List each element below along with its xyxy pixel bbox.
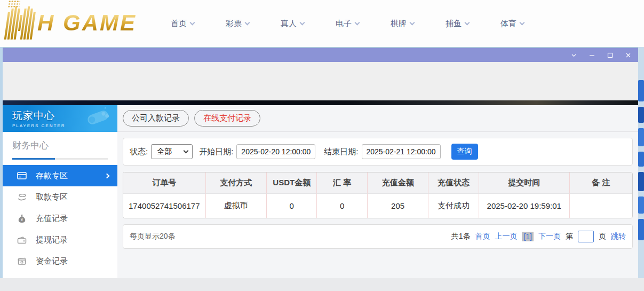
- first-page-link[interactable]: 首页: [475, 232, 490, 241]
- sidebar-header: 玩家中心 PLAYERS CENTER: [3, 105, 117, 132]
- withdraw-hand-icon: [17, 193, 27, 201]
- sidebar-item-funds-record[interactable]: 资金记录: [3, 250, 117, 272]
- current-page-indicator: [1]: [522, 232, 534, 241]
- svg-text:¥: ¥: [21, 218, 23, 222]
- section-underline: [12, 158, 108, 160]
- brand-logo[interactable]: H GAME: [6, 5, 137, 41]
- gamepad-icon: [84, 107, 112, 131]
- tab-company-deposit-record[interactable]: 公司入款记录: [123, 110, 189, 127]
- col-usdt-amount: USDT金额: [267, 172, 317, 194]
- cell-order-no: 1740052741506177: [123, 194, 206, 218]
- window-titlebar[interactable]: [3, 48, 638, 62]
- next-page-link[interactable]: 下一页: [538, 232, 561, 241]
- chevron-down-icon: [300, 20, 305, 25]
- col-rate: 汇 率: [317, 172, 367, 194]
- page-jump-input[interactable]: [578, 231, 594, 242]
- query-button[interactable]: 查询: [451, 144, 478, 160]
- jump-prefix-label: 第: [566, 232, 573, 241]
- player-center-window: 玩家中心 PLAYERS CENTER: [3, 47, 638, 278]
- pagination-bar: 每页显示20条 共1条 首页 上一页 [1] 下一页 第 页 跳转: [123, 224, 633, 249]
- page-backdrop-right: [638, 47, 644, 278]
- tab-online-payment-record[interactable]: 在线支付记录: [194, 110, 260, 127]
- banknote-icon: [17, 257, 27, 265]
- moneybag-icon: ¥: [17, 214, 27, 223]
- end-date-input[interactable]: [362, 144, 441, 159]
- cell-rate: 0: [317, 194, 367, 218]
- sidebar-item-recharge-record[interactable]: ¥ 充值记录: [3, 208, 117, 229]
- prev-page-link[interactable]: 上一页: [495, 232, 517, 241]
- end-date-label: 结束日期:: [324, 147, 358, 157]
- nav-item-slots[interactable]: 电子: [336, 19, 359, 29]
- sidebar-item-deposit[interactable]: 存款专区: [3, 165, 117, 186]
- window-minimize-icon[interactable]: [589, 52, 595, 59]
- status-select[interactable]: 全部: [151, 144, 193, 159]
- logo-text: H GAME: [37, 12, 137, 34]
- col-remark: 备 注: [570, 172, 632, 194]
- screen: H GAME 首页 彩票 真人 电子 棋牌: [0, 0, 644, 291]
- cell-remark: [570, 194, 632, 218]
- start-date-label: 开始日期:: [199, 147, 233, 157]
- deposit-card-icon: [17, 171, 27, 180]
- sidebar-item-withdrawal-record[interactable]: 提现记录: [3, 229, 117, 250]
- sidebar-item-lottery-bet-detail[interactable]: 彩票下注明细: [3, 272, 117, 278]
- cell-pay-method: 虚拟币: [206, 194, 267, 218]
- cell-submit-time: 2025-02-20 19:59:01: [479, 194, 570, 218]
- col-status: 充值状态: [428, 172, 479, 194]
- total-count-text: 共1条: [451, 232, 471, 241]
- nav-item-boardgames[interactable]: 棋牌: [391, 19, 414, 29]
- start-date-input[interactable]: [236, 144, 315, 159]
- nav-item-sports[interactable]: 体育: [500, 19, 524, 29]
- dark-divider-strip: [3, 100, 638, 105]
- sidebar-section-label: 财务中心: [12, 139, 108, 152]
- window-chevron-down-icon[interactable]: [570, 52, 577, 59]
- window-close-icon[interactable]: [625, 52, 632, 59]
- nav-item-home[interactable]: 首页: [171, 19, 194, 29]
- page-size-text: 每页显示20条: [130, 232, 176, 241]
- select-arrow-icon: [184, 148, 189, 153]
- record-tabs: 公司入款记录 在线支付记录: [117, 105, 638, 132]
- window-empty-area: [3, 62, 638, 100]
- main-nav: 首页 彩票 真人 电子 棋牌 捕鱼: [171, 0, 524, 47]
- filter-bar: 状态: 全部 开始日期: 结束日期: 查询: [123, 138, 633, 166]
- wallet-icon: [17, 236, 27, 244]
- col-submit-time: 提交时间: [479, 172, 570, 194]
- chevron-right-icon: [105, 173, 110, 178]
- logo-stripes-icon: [4, 6, 37, 40]
- col-pay-method: 支付方式: [206, 172, 267, 194]
- chevron-down-icon: [410, 20, 415, 25]
- cell-status: 支付成功: [428, 194, 479, 218]
- chevron-down-icon: [190, 20, 195, 25]
- main-content: 公司入款记录 在线支付记录 状态: 全部 开始日期: 结束日期: 查询: [117, 105, 638, 278]
- records-table: 订单号 支付方式 USDT金额 汇 率 充值金额 充值状态 提交时间 备 注 1: [123, 172, 633, 218]
- col-order-no: 订单号: [123, 172, 206, 194]
- sidebar-menu: 存款专区 取款专区 ¥ 充值记录: [3, 165, 117, 278]
- sidebar-section: 财务中心: [3, 132, 117, 165]
- jump-button[interactable]: 跳转: [611, 232, 626, 241]
- jump-suffix-label: 页: [599, 232, 606, 241]
- window-maximize-icon[interactable]: [607, 52, 614, 59]
- chevron-down-icon: [245, 20, 250, 25]
- page-backdrop-bottom: [0, 278, 644, 291]
- sidebar-item-withdraw[interactable]: 取款专区: [3, 186, 117, 208]
- status-label: 状态:: [130, 147, 148, 157]
- nav-item-live[interactable]: 真人: [281, 19, 304, 29]
- col-amount: 充值金额: [368, 172, 428, 194]
- nav-item-fishing[interactable]: 捕鱼: [446, 19, 469, 29]
- sidebar: 玩家中心 PLAYERS CENTER: [3, 105, 117, 278]
- nav-item-lottery[interactable]: 彩票: [226, 19, 249, 29]
- chevron-down-icon: [465, 20, 470, 25]
- cell-amount: 205: [368, 194, 428, 218]
- cell-usdt-amount: 0: [267, 194, 317, 218]
- table-row: 1740052741506177 虚拟币 0 0 205 支付成功 2025-0…: [123, 194, 632, 218]
- site-header: H GAME 首页 彩票 真人 电子 棋牌: [0, 0, 644, 47]
- chevron-down-icon: [355, 20, 360, 25]
- table-header-row: 订单号 支付方式 USDT金额 汇 率 充值金额 充值状态 提交时间 备 注: [123, 172, 632, 194]
- chevron-down-icon: [520, 20, 525, 25]
